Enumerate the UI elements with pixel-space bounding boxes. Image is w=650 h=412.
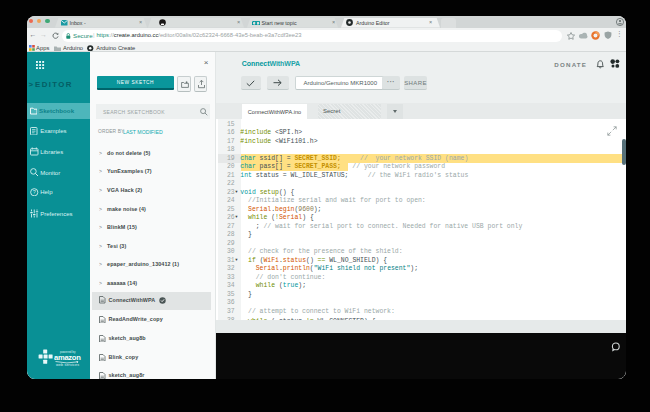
svg-text:?: ?	[33, 189, 36, 195]
